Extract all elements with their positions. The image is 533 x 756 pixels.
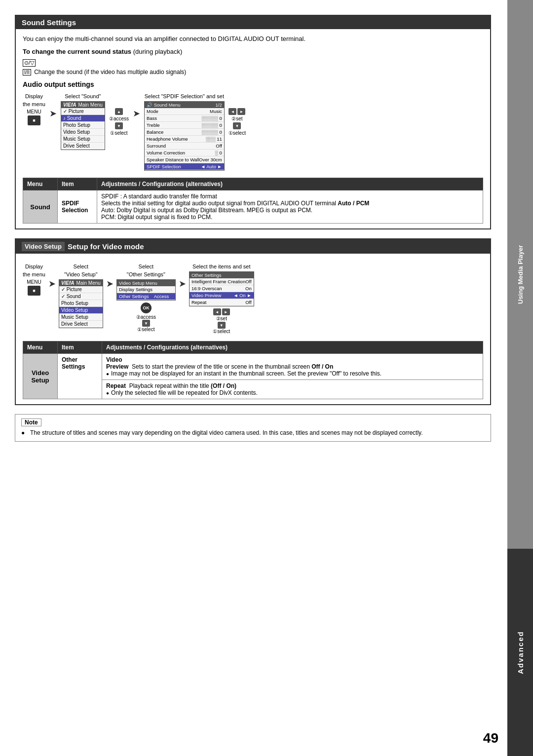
- sidebar-top: Using Media Player: [507, 0, 533, 549]
- sound-item-col: SPDIFSelection: [58, 190, 97, 224]
- menu-item-sound[interactable]: ♪ Sound: [61, 115, 105, 122]
- vth-menu: Menu: [23, 341, 58, 354]
- video-label-box: Video Setup: [22, 242, 65, 251]
- select-label: ①select: [110, 130, 127, 136]
- th-menu: Menu: [23, 178, 58, 190]
- vmenu-picture[interactable]: ✓ Picture: [59, 286, 103, 293]
- vstep4-set: ②set: [216, 316, 227, 321]
- other-settings-box: Other Settings Intelligent Frame Creatio…: [189, 271, 254, 306]
- main-menu-header: VIEfA Main Menu: [61, 102, 105, 108]
- os-preview[interactable]: Video Preview◄ On ►: [190, 292, 254, 299]
- to-change-text: To change the current sound status (duri…: [23, 47, 483, 57]
- menu-item-drive[interactable]: Drive Select: [61, 143, 105, 150]
- down-btn2[interactable]: ▼: [233, 122, 241, 129]
- set-nav-cluster: ◄ ► ②set ▼ ①select: [228, 108, 246, 136]
- spdif-treble: Treble░░░░░ 0: [145, 122, 224, 129]
- video-preview-row: VideoPreview Sets to start the preview o…: [102, 354, 483, 380]
- down-btn[interactable]: ▼: [115, 122, 123, 129]
- arrow1: ➤: [49, 108, 57, 119]
- preview-bullet: Image may not be displayed for an instan…: [106, 370, 381, 377]
- vstep3-label: Select: [139, 264, 154, 269]
- vstep4-left[interactable]: ◄: [213, 308, 221, 315]
- th-item: Item: [58, 178, 97, 190]
- to-change-rest: (during playback): [131, 48, 182, 55]
- vmenu-button[interactable]: ■: [28, 286, 40, 296]
- vmenu-music[interactable]: Music Setup: [59, 314, 103, 321]
- ok-btn[interactable]: OK: [141, 302, 152, 313]
- right-btn[interactable]: ►: [237, 108, 245, 115]
- left-btn[interactable]: ◄: [228, 108, 236, 115]
- cd-icon: ⊙/▽: [23, 59, 36, 67]
- vmenu-photo[interactable]: Photo Setup: [59, 300, 103, 307]
- vviffa-logo: VIEfA: [61, 280, 75, 286]
- vstep1-display: Display: [25, 264, 43, 269]
- table-row-sound: Sound SPDIFSelection SPDIF : A standard …: [23, 190, 483, 224]
- varrow1: ➤: [48, 278, 56, 289]
- video-setup-content: Display the menu MENU ■ ➤ Select "Video …: [16, 254, 490, 404]
- note-text-1: The structure of titles and scenes may v…: [30, 428, 423, 437]
- sound-desc-col: SPDIF : A standard audio transfer file f…: [97, 190, 483, 224]
- sound-settings-header: Sound Settings: [16, 16, 490, 29]
- menu-item-picture[interactable]: ✓ Picture: [61, 108, 105, 115]
- video-menu-col: VideoSetup: [23, 354, 58, 399]
- spdif-header: 🔊 Sound Menu 1/2: [145, 102, 224, 108]
- vmenu-sound[interactable]: ✓ Sound: [59, 293, 103, 300]
- sound-menu-col: Sound: [23, 190, 58, 224]
- step1-display: Display: [25, 93, 43, 99]
- vstep4-down[interactable]: ▼: [218, 322, 226, 329]
- th-adj: Adjustments / Configurations (alternativ…: [97, 178, 483, 190]
- spdif-speaker: Speaker Distance to WallOver 30cm: [145, 156, 224, 163]
- vstep4-label: Select the items and set: [192, 264, 250, 269]
- vmain-menu-title: Main Menu: [76, 280, 100, 286]
- vmain-menu-header: VIEfA Main Menu: [59, 280, 103, 286]
- page-number: 49: [483, 730, 498, 746]
- video-repeat-row: Repeat Playback repeat within the title …: [102, 380, 483, 399]
- lr-row: ◄ ►: [228, 108, 245, 115]
- spdif-icon: 🔊 Sound Menu: [147, 102, 181, 108]
- spdif-headphone: Headphone Volume░░░ 11: [145, 136, 224, 143]
- menu-button[interactable]: ■: [28, 115, 40, 125]
- step2: Select "Sound" VIEfA Main Menu ✓ Picture…: [61, 93, 105, 150]
- sidebar-bottom-label: Advanced: [516, 631, 525, 674]
- vstep3: Select "Other Settings" Video Setup Menu…: [116, 264, 176, 332]
- menu-item-video[interactable]: Video Setup: [61, 129, 105, 136]
- video-flow-diagram: Display the menu MENU ■ ➤ Select "Video …: [23, 264, 483, 334]
- page-container: Sound Settings You can enjoy the multi-c…: [0, 0, 533, 756]
- spdif-balance: Balance░░░░░ 0: [145, 129, 224, 136]
- varrow3: ➤: [179, 278, 186, 289]
- vstep4-right[interactable]: ►: [222, 308, 230, 315]
- arrow2: ➤: [133, 108, 140, 119]
- menu-item-photo[interactable]: Photo Setup: [61, 122, 105, 129]
- set-arrows-col: ◄ ► ②set ▼ ①select: [228, 108, 246, 136]
- audio-output-title: Audio output settings: [23, 80, 483, 88]
- step3: Select "SPDIF Selection" and set 🔊 Sound…: [144, 93, 225, 171]
- spdif-selection[interactable]: SPDIF Selection◄ Auto ►: [145, 163, 224, 170]
- video-setup-section: Video Setup Setup for Video mode Display…: [15, 238, 491, 405]
- vstep3-access: ②access: [136, 314, 156, 320]
- vmenu-drive[interactable]: Drive Select: [59, 321, 103, 328]
- up-btn[interactable]: ▲: [115, 108, 123, 115]
- step2-label: Select "Sound": [65, 93, 101, 99]
- vstep4-arrows: ◄ ► ②set ▼ ①select: [213, 308, 230, 334]
- to-change-bold: To change the current sound status: [23, 48, 131, 55]
- vitem-other[interactable]: Other Settings Access: [117, 293, 175, 300]
- spdif-volume: Volume Correction░ 0: [145, 150, 224, 156]
- vstep3-select: ①select: [137, 327, 154, 332]
- vitem-display[interactable]: Display Settings: [117, 286, 175, 293]
- vth-item: Item: [58, 341, 102, 354]
- os-repeat[interactable]: RepeatOff: [190, 299, 254, 306]
- intro-text: You can enjoy the multi-channel sound vi…: [23, 34, 483, 44]
- note-title: Note: [21, 418, 41, 426]
- vstep1-menu: the menu: [23, 271, 45, 277]
- sound-settings-content: You can enjoy the multi-channel sound vi…: [16, 29, 490, 228]
- note-bullet: ●: [21, 428, 27, 437]
- menu-item-music[interactable]: Music Setup: [61, 136, 105, 143]
- video-setup-header: Video Setup Setup for Video mode: [16, 239, 490, 254]
- vstep3-sub: "Other Settings": [127, 271, 165, 277]
- audio-flow-diagram: Display the menu MENU ■ ➤ Select "Sound": [23, 93, 483, 171]
- vstep3-down[interactable]: ▼: [142, 320, 150, 327]
- vmenu-video[interactable]: Video Setup: [59, 307, 103, 314]
- os-overscan: 16:9 OverscanOn: [190, 285, 254, 292]
- other-settings-header: Other Settings: [190, 272, 254, 278]
- vstep2-label: Select: [74, 264, 89, 269]
